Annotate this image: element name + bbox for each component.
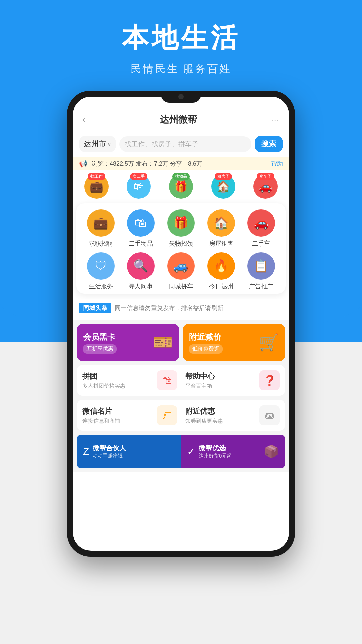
cat-service[interactable]: 🛡 生活服务 (82, 252, 120, 290)
quick-nav-sell[interactable]: 卖二手 🛍 (127, 174, 151, 199)
news-notice: 同一信息请勿重复发布，排名靠后请刷新 (115, 304, 283, 312)
cat-service-label: 生活服务 (89, 282, 113, 290)
stats-bar: 📢 浏览：4822.5万 发布：7.2万 分享：8.6万 帮助 (73, 157, 289, 170)
vip-icon: 🎫 (153, 333, 173, 352)
search-placeholder: 找工作、找房子、拼车子 (125, 140, 246, 149)
partner-left-icon: Z (83, 446, 89, 457)
search-input-wrap[interactable]: 找工作、找房子、拼车子 (119, 136, 251, 152)
partner-bar: Z 微帮合伙人 动动手赚净钱 ✓ 微帮优选 达州好货0元起 📦 (77, 435, 285, 468)
partner-right-img: 📦 (264, 444, 279, 459)
service-help-desc: 平台百宝箱 (185, 383, 256, 390)
service-help-title: 帮助中心 (185, 371, 256, 381)
partner-right-icon: ✓ (187, 446, 195, 458)
cat-job-icon: 💼 (93, 216, 108, 230)
service-row-2: 微信名片 连接信息和商铺 🏷 附近优惠 领券到店更实惠 🎟 (77, 400, 285, 431)
service-groupbuy-desc: 多人拼团价格实惠 (82, 383, 153, 390)
quick-nav-job[interactable]: 找工作 💼 (84, 174, 109, 199)
news-header: 同城头条 同一信息请勿重复发布，排名靠后请刷新 (79, 303, 283, 313)
service-divider-1 (181, 370, 181, 390)
service-discount-info: 附近优惠 领券到店更实惠 (185, 406, 256, 425)
help-button[interactable]: 帮助 (271, 160, 283, 168)
partner-left-sub: 动动手赚净钱 (93, 453, 126, 459)
cat-service-icon: 🛡 (95, 259, 107, 273)
service-namecard-icon: 🏷 (157, 405, 177, 425)
service-discount[interactable]: 附近优惠 领券到店更实惠 🎟 (185, 405, 280, 425)
stats-icon: 📢 (79, 160, 87, 168)
service-help-icon: ❓ (259, 370, 280, 390)
service-groupbuy[interactable]: 拼团 多人拼团价格实惠 🛍 (82, 370, 177, 390)
cat-find-icon: 🔍 (133, 259, 148, 273)
cat-lost[interactable]: 🎁 失物招领 (162, 209, 200, 248)
quick-nav-items[interactable]: 找物品 🎁 (169, 174, 193, 199)
cat-secondhand-label: 二手物品 (129, 239, 153, 248)
cat-usedcar[interactable]: 🚗 二手车 (242, 209, 280, 248)
rent-icon: 🏠 (217, 180, 230, 193)
service-discount-desc: 领券到店更实惠 (185, 418, 256, 425)
phone-camera (178, 94, 184, 99)
quick-nav-rent[interactable]: 租房子 🏠 (211, 174, 235, 199)
service-discount-title: 附近优惠 (185, 406, 256, 416)
back-button[interactable]: ‹ (82, 114, 85, 125)
cat-secondhand[interactable]: 🛍 二手物品 (122, 209, 160, 248)
partner-right-title: 微帮优选 (199, 444, 232, 453)
cat-job-label: 求职招聘 (89, 239, 113, 248)
partner-right[interactable]: ✓ 微帮优选 达州好货0元起 📦 (181, 435, 285, 468)
phone-wrapper: ‹ 达州微帮 ··· 达州市 ∨ 找工作、找房子、拼车子 搜索 📢 浏览：482… (67, 91, 295, 574)
cat-ads-label: 广告推广 (249, 282, 273, 290)
service-discount-icon: 🎟 (259, 405, 280, 425)
service-row-1: 拼团 多人拼团价格实惠 🛍 帮助中心 平台百宝箱 ❓ (77, 365, 285, 396)
sell-icon: 🛍 (133, 180, 144, 193)
service-namecard-desc: 连接信息和商铺 (82, 418, 153, 425)
vip-title: 会员黑卡 (83, 332, 117, 342)
cat-usedcar-label: 二手车 (252, 239, 270, 248)
cat-today-label: 今日达州 (209, 282, 233, 290)
category-card: 💼 求职招聘 🛍 二手物品 🎁 失物招领 (76, 203, 286, 294)
service-namecard-title: 微信名片 (82, 406, 153, 416)
cat-find[interactable]: 🔍 寻人问事 (122, 252, 160, 290)
partner-left-info: 微帮合伙人 动动手赚净钱 (93, 444, 126, 459)
cat-carpool-label: 同城拼车 (169, 282, 193, 290)
cat-ads[interactable]: 📋 广告推广 (242, 252, 280, 290)
phone-frame: ‹ 达州微帮 ··· 达州市 ∨ 找工作、找房子、拼车子 搜索 📢 浏览：482… (67, 91, 295, 557)
service-groupbuy-title: 拼团 (82, 371, 153, 381)
partner-left[interactable]: Z 微帮合伙人 动动手赚净钱 (77, 435, 181, 468)
cat-secondhand-icon: 🛍 (135, 216, 147, 230)
job-icon: 💼 (90, 180, 103, 193)
service-groupbuy-icon: 🛍 (157, 370, 177, 390)
feature-row: 会员黑卡 五折享优惠 🎫 附近减价 低价免费逛 🛒 (77, 324, 285, 361)
search-bar: 达州市 ∨ 找工作、找房子、拼车子 搜索 (73, 132, 289, 157)
nearby-subtitle: 低价免费逛 (189, 344, 223, 354)
cat-today-icon: 🔥 (214, 259, 229, 273)
partner-right-info: 微帮优选 达州好货0元起 (199, 444, 232, 459)
cat-job[interactable]: 💼 求职招聘 (82, 209, 120, 248)
cat-lost-icon: 🎁 (173, 216, 188, 230)
partner-left-title: 微帮合伙人 (93, 444, 126, 453)
cat-today[interactable]: 🔥 今日达州 (202, 252, 240, 290)
badge-car: 卖车子 (257, 173, 274, 180)
cat-house[interactable]: 🏠 房屋租售 (202, 209, 240, 248)
cat-usedcar-icon: 🚗 (254, 216, 269, 230)
quick-nav-car[interactable]: 卖车子 🚗 (253, 174, 278, 199)
phone-screen: ‹ 达州微帮 ··· 达州市 ∨ 找工作、找房子、拼车子 搜索 📢 浏览：482… (73, 97, 289, 551)
header-title: 本地生活 (0, 20, 362, 56)
service-help[interactable]: 帮助中心 平台百宝箱 ❓ (185, 370, 280, 390)
vip-card[interactable]: 会员黑卡 五折享优惠 🎫 (77, 324, 179, 361)
badge-sell: 卖二手 (130, 173, 147, 180)
nearby-card-left: 附近减价 低价免费逛 (189, 332, 223, 354)
news-badge: 同城头条 (79, 303, 111, 313)
nearby-title: 附近减价 (189, 332, 223, 342)
cat-lost-label: 失物招领 (169, 239, 193, 248)
category-grid: 💼 求职招聘 🛍 二手物品 🎁 失物招领 (82, 209, 280, 290)
nearby-card[interactable]: 附近减价 低价免费逛 🛒 (183, 324, 285, 361)
cat-ads-icon: 📋 (254, 259, 269, 273)
cat-carpool[interactable]: 🚙 同城拼车 (162, 252, 200, 290)
vip-subtitle: 五折享优惠 (83, 344, 117, 354)
city-selector[interactable]: 达州市 ∨ (79, 136, 116, 152)
cat-house-icon: 🏠 (214, 216, 229, 230)
badge-rent: 租房子 (215, 173, 232, 180)
city-arrow-icon: ∨ (107, 141, 111, 147)
cat-carpool-icon: 🚙 (173, 259, 188, 273)
search-button[interactable]: 搜索 (255, 136, 283, 152)
service-namecard[interactable]: 微信名片 连接信息和商铺 🏷 (82, 405, 177, 425)
more-button[interactable]: ··· (271, 115, 280, 124)
